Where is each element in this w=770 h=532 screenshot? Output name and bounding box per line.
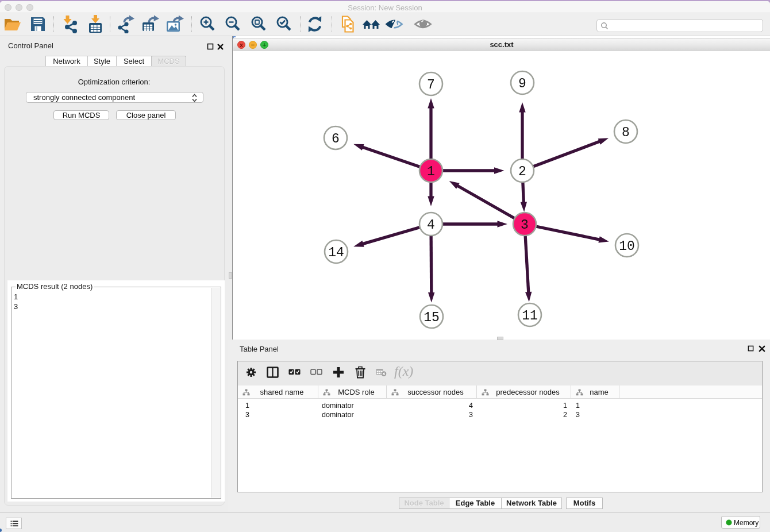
svg-text:14: 14 [328, 245, 344, 260]
svg-text:8: 8 [622, 125, 630, 140]
svg-text:11: 11 [522, 309, 538, 323]
svg-text:3: 3 [521, 218, 529, 233]
svg-text:4: 4 [427, 218, 435, 233]
svg-text:1: 1 [427, 164, 435, 179]
svg-text:7: 7 [427, 78, 435, 92]
svg-text:6: 6 [332, 132, 340, 147]
svg-text:2: 2 [518, 164, 526, 179]
svg-text:15: 15 [424, 310, 440, 325]
svg-text:9: 9 [518, 76, 526, 91]
svg-text:10: 10 [619, 239, 635, 254]
